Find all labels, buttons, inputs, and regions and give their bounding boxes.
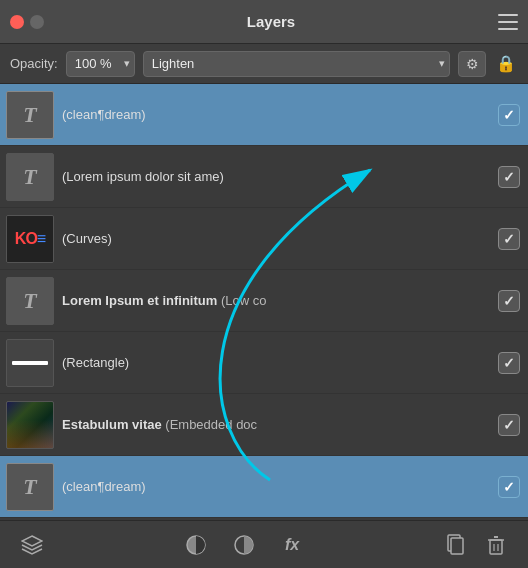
layers-stack-icon	[21, 535, 43, 555]
lock-icon: 🔒	[496, 54, 516, 73]
toolbar-row: Opacity: 100 % Lighten ⚙ 🔒	[0, 44, 528, 84]
opacity-label: Opacity:	[10, 56, 58, 71]
layer-visibility-check[interactable]	[498, 228, 520, 250]
layer-name: (clean¶dream)	[62, 107, 490, 122]
new-document-button[interactable]	[440, 529, 472, 561]
fx-label: fx	[285, 536, 299, 554]
window-controls[interactable]	[10, 15, 44, 29]
list-item[interactable]: (Rectangle)	[0, 332, 528, 394]
layer-name: (Rectangle)	[62, 355, 490, 370]
layer-name: (Curves)	[62, 231, 490, 246]
layers-list: T (clean¶dream) T (Lorem ipsum dolor sit…	[0, 84, 528, 518]
layer-thumbnail	[6, 401, 54, 449]
layer-thumbnail	[6, 339, 54, 387]
list-item[interactable]: T (clean¶dream)	[0, 84, 528, 146]
gear-button[interactable]: ⚙	[458, 51, 486, 77]
opacity-select-wrapper[interactable]: 100 %	[66, 51, 135, 77]
panel-title: Layers	[54, 13, 488, 30]
title-bar: Layers	[0, 0, 528, 44]
list-item[interactable]: T (Lorem ipsum dolor sit ame)	[0, 146, 528, 208]
bottom-toolbar: fx	[0, 520, 528, 568]
gear-icon: ⚙	[466, 56, 479, 72]
blend-mode-select[interactable]: Lighten	[143, 51, 450, 77]
trash-icon	[486, 534, 506, 556]
layer-visibility-check[interactable]	[498, 104, 520, 126]
svg-marker-1	[22, 536, 42, 546]
layer-visibility-check[interactable]	[498, 352, 520, 374]
layer-thumbnail: KO≡	[6, 215, 54, 263]
layer-info: Estabulum vitae (Embedded doc	[62, 417, 490, 432]
layer-visibility-check[interactable]	[498, 476, 520, 498]
half-circle-icon	[233, 534, 255, 556]
layer-thumbnail: T	[6, 277, 54, 325]
fx-button[interactable]: fx	[276, 529, 308, 561]
circle-half-icon	[185, 534, 207, 556]
new-fill-button[interactable]	[180, 529, 212, 561]
layer-info: (Rectangle)	[62, 355, 490, 370]
layer-visibility-check[interactable]	[498, 166, 520, 188]
svg-rect-6	[490, 540, 502, 554]
layer-name: Estabulum vitae (Embedded doc	[62, 417, 490, 432]
layer-info: (clean¶dream)	[62, 107, 490, 122]
layer-name: Lorem Ipsum et infinitum (Low co	[62, 293, 490, 308]
list-item[interactable]: T Lorem Ipsum et infinitum (Low co	[0, 270, 528, 332]
layer-visibility-check[interactable]	[498, 290, 520, 312]
layer-visibility-check[interactable]	[498, 414, 520, 436]
minimize-button[interactable]	[30, 15, 44, 29]
svg-rect-5	[451, 538, 463, 554]
blend-mode-wrapper[interactable]: Lighten	[143, 51, 450, 77]
list-item[interactable]: Estabulum vitae (Embedded doc	[0, 394, 528, 456]
bottom-right-group	[440, 529, 512, 561]
layer-thumbnail: T	[6, 153, 54, 201]
layer-thumbnail: T	[6, 463, 54, 511]
opacity-select[interactable]: 100 %	[66, 51, 135, 77]
bottom-center-group: fx	[180, 529, 308, 561]
main-content: Opacity: 100 % Lighten ⚙ 🔒 T	[0, 44, 528, 568]
layer-info: (Curves)	[62, 231, 490, 246]
menu-icon[interactable]	[498, 14, 518, 30]
list-item[interactable]: T (clean¶dream)	[0, 456, 528, 518]
layer-info: (Lorem ipsum dolor sit ame)	[62, 169, 490, 184]
new-doc-icon	[446, 534, 466, 556]
layers-stack-button[interactable]	[16, 529, 48, 561]
layer-thumbnail: T	[6, 91, 54, 139]
layer-info: (clean¶dream)	[62, 479, 490, 494]
layer-name: (clean¶dream)	[62, 479, 490, 494]
close-button[interactable]	[10, 15, 24, 29]
layer-name: (Lorem ipsum dolor sit ame)	[62, 169, 490, 184]
layers-container: T (clean¶dream) T (Lorem ipsum dolor sit…	[0, 84, 528, 520]
lock-button[interactable]: 🔒	[494, 51, 518, 77]
half-circle-button[interactable]	[228, 529, 260, 561]
delete-button[interactable]	[480, 529, 512, 561]
layer-info: Lorem Ipsum et infinitum (Low co	[62, 293, 490, 308]
list-item[interactable]: KO≡ (Curves)	[0, 208, 528, 270]
